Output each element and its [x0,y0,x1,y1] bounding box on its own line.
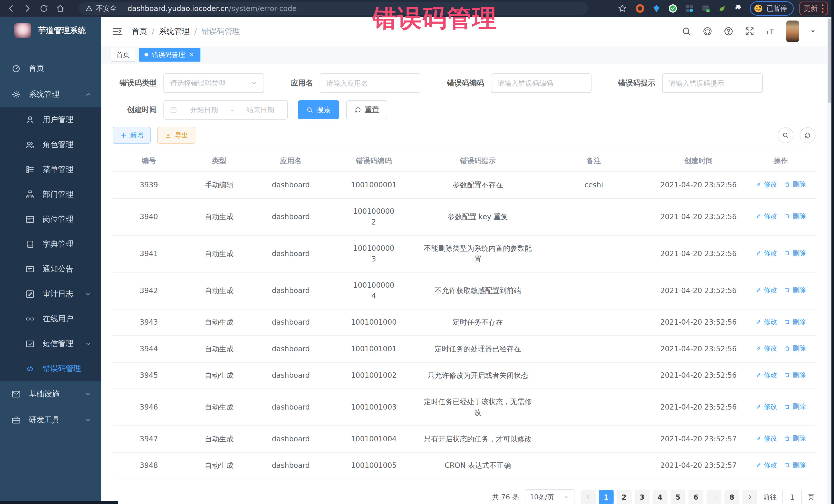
sidebar-item[interactable]: 审计日志 [0,282,101,306]
close-icon[interactable] [189,51,195,58]
sidebar-item[interactable]: 岗位管理 [0,207,101,232]
ext-onetab-icon[interactable]: on [701,3,711,14]
cell-code: 100100000 2 [328,198,419,235]
sidebar-item[interactable]: 错误码管理 [0,356,101,381]
ext-leaf-icon[interactable] [717,3,727,14]
reload-icon[interactable] [39,4,49,13]
delete-link[interactable]: 删除 [784,434,806,443]
breadcrumb-item[interactable]: 系统管理 [159,26,190,37]
page-button-4[interactable]: 4 [653,490,667,504]
logo-row[interactable]: 芋道管理系统 [0,17,101,44]
page-scrollbar[interactable] [827,17,831,504]
sidebar-item-label: 错误码管理 [43,364,81,374]
user-avatar[interactable] [786,21,799,42]
error-hint-input[interactable] [662,73,763,93]
page-button-3[interactable]: 3 [635,490,650,504]
breadcrumb-item[interactable]: 首页 [132,26,147,37]
delete-link[interactable]: 删除 [784,401,806,412]
page-button-2[interactable]: 2 [617,490,632,504]
next-page-button[interactable] [742,490,757,504]
delete-link[interactable]: 删除 [784,317,806,327]
forward-arrow-icon[interactable] [23,4,32,13]
edit-link[interactable]: 修改 [755,248,777,258]
ext-green-circle-icon[interactable] [668,3,678,14]
fullscreen-icon[interactable] [744,26,755,37]
page-url: dashboard.yudao.iocoder.cn/system/error-… [128,4,297,13]
sidebar-item[interactable]: 研发工具 [0,407,101,433]
ext-grid-icon[interactable] [684,3,695,14]
cell-app: dashboard [253,198,328,235]
delete-link[interactable]: 删除 [784,248,806,258]
help-icon[interactable] [723,26,734,37]
edit-link[interactable]: 修改 [755,211,777,221]
delete-link[interactable]: 删除 [784,460,806,470]
font-size-icon[interactable]: TT [765,26,776,37]
sidebar-item[interactable]: 短信管理 [0,331,101,356]
page-button-1[interactable]: 1 [599,490,614,504]
kebab-menu-icon[interactable] [822,4,824,13]
security-chip[interactable]: 不安全 [85,4,117,13]
hamburger-icon[interactable] [112,26,123,37]
prev-page-button[interactable] [581,490,596,504]
chevron-down-icon [84,290,92,298]
sidebar-item[interactable]: 字典管理 [0,232,101,257]
sidebar-item[interactable]: 通知公告 [0,257,101,282]
sidebar-submenu: 用户管理角色管理菜单管理部门管理岗位管理字典管理通知公告审计日志在线用户短信管理… [0,107,101,381]
edit-link[interactable]: 修改 [755,343,777,353]
tab-首页[interactable]: 首页 [111,48,135,62]
edit-link[interactable]: 修改 [755,460,777,470]
ext-orange-ring-icon[interactable] [635,3,645,14]
home-icon[interactable] [56,4,65,13]
edit-link[interactable]: 修改 [755,179,777,190]
export-button[interactable]: 导出 [157,127,195,144]
page-size-select[interactable]: 10条/页 [525,489,575,504]
github-icon[interactable] [702,26,713,37]
sidebar-item[interactable]: 系统管理 [0,81,101,107]
delete-link[interactable]: 删除 [784,343,806,353]
caret-down-icon[interactable] [809,28,816,35]
goto-page-input[interactable] [783,490,802,504]
tab-错误码管理[interactable]: 错误码管理 [139,48,200,62]
sidebar-item-label: 字典管理 [43,239,73,249]
sidebar-item[interactable]: 用户管理 [0,107,101,132]
sidebar-item[interactable]: 菜单管理 [0,157,101,182]
error-code-input[interactable] [491,73,592,93]
add-button[interactable]: 新增 [113,127,151,144]
search-button[interactable]: 搜索 [298,100,339,119]
sidebar-item[interactable]: 部门管理 [0,182,101,207]
edit-link[interactable]: 修改 [755,434,777,443]
delete-link[interactable]: 删除 [784,285,806,295]
search-icon[interactable] [681,26,692,37]
edit-link[interactable]: 修改 [755,317,777,327]
ext-puzzle-icon[interactable] [733,3,744,14]
star-icon[interactable] [617,4,627,13]
sidebar-item[interactable]: 首页 [0,56,101,81]
delete-link[interactable]: 删除 [784,370,806,380]
address-bar[interactable]: 不安全 dashboard.yudao.iocoder.cn/system/er… [79,2,588,15]
sms-icon [25,339,35,349]
ext-blue-gem-icon[interactable] [651,3,662,14]
page-button-8[interactable]: 8 [724,490,739,504]
sidebar-item[interactable]: 在线用户 [0,306,101,331]
extension-paused-badge[interactable]: 已暂停 [750,1,794,16]
edit-link[interactable]: 修改 [755,401,777,412]
edit-link[interactable]: 修改 [755,370,777,380]
date-range-picker[interactable]: 开始日期 - 结束日期 [163,100,288,119]
edit-link[interactable]: 修改 [755,285,777,295]
sidebar-item[interactable]: 基础设施 [0,381,101,407]
sidebar-item[interactable]: 角色管理 [0,132,101,157]
corner-refresh-icon[interactable] [799,127,815,143]
scrollbar-thumb[interactable] [828,19,831,103]
reset-button[interactable]: 重置 [346,100,387,119]
app-name-input[interactable] [320,73,420,93]
page-button-6[interactable]: 6 [688,490,703,504]
back-arrow-icon[interactable] [6,4,16,13]
page-button-5[interactable]: 5 [671,490,685,504]
corner-search-icon[interactable] [777,127,793,143]
error-code-type-select[interactable]: 请选择错误码类型 [163,73,264,93]
more-pages-button[interactable] [706,490,721,504]
browser-update-button[interactable]: 更新 [799,2,828,15]
delete-link[interactable]: 删除 [784,179,806,190]
delete-link[interactable]: 删除 [784,211,806,221]
filter-label: 应用名 [291,78,313,88]
